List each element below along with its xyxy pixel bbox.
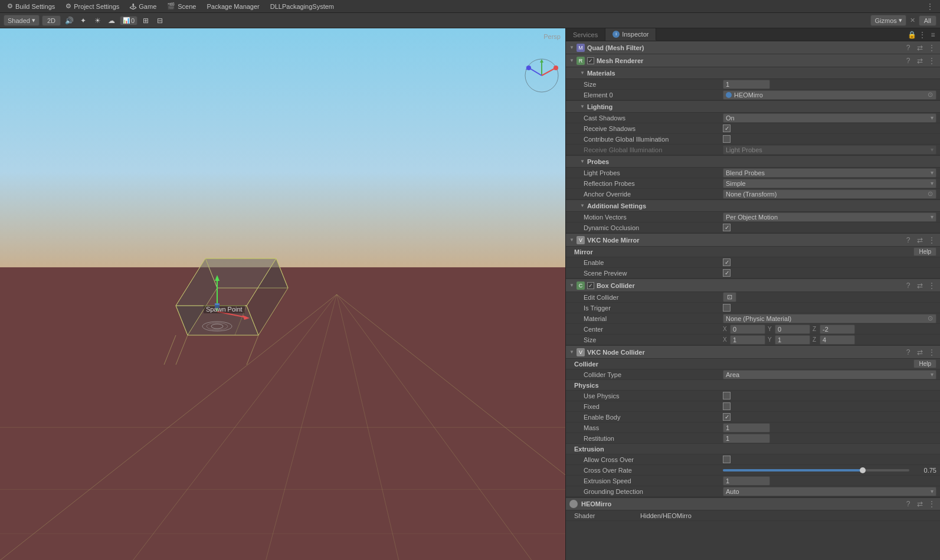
scene-preview-checkbox[interactable] xyxy=(723,269,731,277)
size-x-input[interactable]: 1 xyxy=(730,335,765,345)
menu-scene[interactable]: 🎬 Scene xyxy=(162,1,201,11)
mesh-renderer-help-icon[interactable]: ? xyxy=(903,56,913,66)
box-collider-icon: C xyxy=(577,281,585,290)
receive-shadows-checkbox[interactable] xyxy=(723,125,731,132)
mesh-renderer-menu-icon[interactable]: ⋮ xyxy=(927,56,936,66)
mesh-filter-header[interactable]: ▼ M Quad (Mesh Filter) ? ⇄ ⋮ xyxy=(566,41,940,54)
mesh-renderer-settings-icon[interactable]: ⇄ xyxy=(915,56,925,66)
fixed-checkbox[interactable] xyxy=(723,402,731,410)
motion-vectors-dropdown[interactable]: Per Object Motion ▾ xyxy=(723,212,936,222)
scene-gizmo[interactable]: X Y Z xyxy=(524,58,559,93)
lighting-section-header[interactable]: ▼ Lighting xyxy=(566,101,940,113)
tab-settings-icon[interactable]: ⋮ xyxy=(918,30,927,40)
svg-text:Y: Y xyxy=(541,58,543,58)
scene-view[interactable]: Persp X Y xyxy=(0,28,565,560)
menu-build-settings[interactable]: ⚙ Build Settings xyxy=(2,1,60,11)
probes-section-header[interactable]: ▼ Probes xyxy=(566,156,940,168)
box-collider-checkbox[interactable] xyxy=(587,282,594,289)
enable-body-checkbox[interactable] xyxy=(723,413,731,421)
sky-icon[interactable]: ☁ xyxy=(106,15,117,27)
edit-collider-btn[interactable]: ⊡ xyxy=(723,292,736,302)
cast-shadows-dropdown[interactable]: On ▾ xyxy=(723,113,936,123)
box-collider-header[interactable]: ▼ C Box Collider ? ⇄ ⋮ xyxy=(566,279,940,292)
heomirro-help-icon[interactable]: ? xyxy=(903,499,913,509)
heomirro-menu-icon[interactable]: ⋮ xyxy=(927,499,936,509)
anchor-override-ref[interactable]: None (Transform) ⊙ xyxy=(723,189,936,199)
collider-material-ref[interactable]: None (Physic Material) ⊙ xyxy=(723,314,936,323)
reflection-probes-dropdown[interactable]: Simple ▾ xyxy=(723,179,936,188)
size-y-input[interactable]: 1 xyxy=(775,335,810,345)
audio-icon[interactable]: 🔊 xyxy=(63,15,75,27)
collider-type-dropdown[interactable]: Area ▾ xyxy=(723,370,936,379)
mass-input[interactable]: 1 xyxy=(723,423,770,433)
shaded-dropdown[interactable]: Shaded ▾ xyxy=(4,15,40,26)
layout-icon[interactable]: ⊟ xyxy=(154,15,166,27)
heomirro-settings-icon[interactable]: ⇄ xyxy=(915,499,925,509)
dynamic-occlusion-checkbox[interactable] xyxy=(723,224,731,231)
heomirro-header[interactable]: HEOMirro ? ⇄ ⋮ xyxy=(566,497,940,510)
size-z-input[interactable]: 4 xyxy=(820,335,855,345)
tab-expand-icon[interactable]: ≡ xyxy=(928,30,938,40)
box-collider-help-icon[interactable]: ? xyxy=(903,281,913,290)
allow-cross-over-checkbox[interactable] xyxy=(723,456,731,463)
menu-overflow[interactable]: ⋮ xyxy=(922,2,938,11)
receive-shadows-label: Receive Shadows xyxy=(569,125,723,132)
element0-select-icon[interactable]: ⊙ xyxy=(926,91,934,99)
vkc-mirror-menu-icon[interactable]: ⋮ xyxy=(927,235,936,245)
box-collider-menu-icon[interactable]: ⋮ xyxy=(927,281,936,290)
vkc-node-collider-header[interactable]: ▼ V VKC Node Collider ? ⇄ ⋮ xyxy=(566,346,940,359)
tab-inspector[interactable]: i Inspector xyxy=(605,28,656,41)
center-z-input[interactable]: -2 xyxy=(820,325,855,334)
light-probes-dropdown[interactable]: Blend Probes ▾ xyxy=(723,168,936,178)
menu-game[interactable]: 🕹 Game xyxy=(125,2,161,11)
vkc-mirror-help-icon[interactable]: ? xyxy=(903,235,913,245)
mesh-filter-help-icon[interactable]: ? xyxy=(903,43,913,53)
cross-over-rate-track[interactable] xyxy=(723,469,909,471)
menu-project-settings[interactable]: ⚙ Project Settings xyxy=(61,1,124,11)
grounding-detection-dropdown[interactable]: Auto ▾ xyxy=(723,487,936,496)
vkc-collider-settings-icon[interactable]: ⇄ xyxy=(915,348,925,357)
contribute-gi-checkbox[interactable] xyxy=(723,135,731,143)
vkc-node-mirror-header[interactable]: ▼ V VKC Node Mirror ? ⇄ ⋮ xyxy=(566,234,940,247)
collider-help-btn[interactable]: Help xyxy=(913,359,936,368)
menu-dll-packaging[interactable]: DLLPackagingSystem xyxy=(266,2,339,11)
enable-checkbox[interactable] xyxy=(723,258,731,266)
size-input[interactable]: 1 xyxy=(723,80,770,89)
materials-section-header[interactable]: ▼ Materials xyxy=(566,67,940,79)
vkc-collider-menu-icon[interactable]: ⋮ xyxy=(927,348,936,357)
gizmos-dropdown[interactable]: Gizmos ▾ xyxy=(870,15,906,26)
additional-settings-header[interactable]: ▼ Additional Settings xyxy=(566,200,940,212)
receive-gi-dropdown[interactable]: Light Probes ▾ xyxy=(723,145,936,155)
mesh-filter-menu-icon[interactable]: ⋮ xyxy=(927,43,936,53)
is-trigger-checkbox[interactable] xyxy=(723,304,731,312)
use-physics-checkbox[interactable] xyxy=(723,392,731,399)
mesh-renderer-header[interactable]: ▼ R Mesh Renderer ? ⇄ ⋮ xyxy=(566,54,940,67)
scene-lighting-icon[interactable]: ☀ xyxy=(91,15,103,27)
mesh-renderer-checkbox[interactable] xyxy=(587,57,594,64)
restitution-input[interactable]: 1 xyxy=(723,434,770,443)
receive-shadows-row: Receive Shadows xyxy=(566,123,940,134)
lock-icon[interactable]: 🔒 xyxy=(907,30,916,40)
tab-services[interactable]: Services xyxy=(566,28,605,41)
mirror-help-btn[interactable]: Help xyxy=(913,247,936,256)
dynamic-occlusion-value xyxy=(723,224,936,231)
collider-size-label: Size xyxy=(569,336,723,343)
2d-button[interactable]: 2D xyxy=(42,15,61,26)
vkc-collider-help-icon[interactable]: ? xyxy=(903,348,913,357)
anchor-override-select-icon[interactable]: ⊙ xyxy=(926,191,934,198)
inspector-content[interactable]: ▼ M Quad (Mesh Filter) ? ⇄ ⋮ ▼ R Mesh Re… xyxy=(566,41,940,560)
all-button[interactable]: All xyxy=(919,15,936,26)
center-y-input[interactable]: 0 xyxy=(775,325,810,334)
center-x-input[interactable]: 0 xyxy=(730,325,765,334)
box-collider-settings-icon[interactable]: ⇄ xyxy=(915,281,925,290)
element0-ref[interactable]: HEOMirro ⊙ xyxy=(723,90,936,100)
collider-material-select-icon[interactable]: ⊙ xyxy=(926,315,934,322)
mesh-filter-settings-icon[interactable]: ⇄ xyxy=(915,43,925,53)
cross-over-rate-thumb[interactable] xyxy=(860,467,866,473)
vkc-mirror-settings-icon[interactable]: ⇄ xyxy=(915,235,925,245)
grid-icon[interactable]: ⊞ xyxy=(140,15,152,27)
extrusion-speed-input[interactable]: 1 xyxy=(723,476,770,486)
fx-icon[interactable]: ✦ xyxy=(77,15,89,27)
menu-package-manager[interactable]: Package Manager xyxy=(202,2,264,11)
chevron-down-icon-gizmos: ▾ xyxy=(899,17,902,24)
